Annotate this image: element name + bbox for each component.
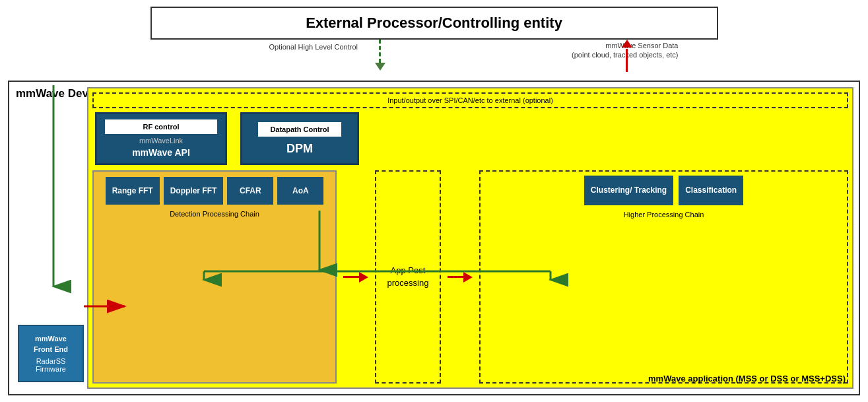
radarss-label: RadarSS Firmware [24, 357, 77, 373]
app-post-processing-box: App Post processing [375, 170, 441, 384]
dpm-box: Datapath Control DPM [240, 112, 359, 165]
app-post-label: App Post processing [384, 265, 432, 288]
datapath-control-label: Datapath Control [258, 122, 341, 137]
higher-blocks: Clustering/ Tracking Classification [584, 176, 743, 205]
detection-chain-label: Detection Processing Chain [170, 210, 259, 218]
radarss-inner: mmWave Front End [24, 334, 77, 354]
mmwave-api-label: mmWave API [105, 147, 217, 158]
external-processor-title: External Processor/Controlling entity [306, 15, 562, 31]
left-side: mmWave Front End RadarSS Firmware [15, 87, 87, 389]
detection-blocks: Range FFT Doppler FFT CFAR AoA [106, 177, 324, 205]
radarss-box: mmWave Front End RadarSS Firmware [18, 325, 84, 382]
doppler-fft-block: Doppler FFT [164, 177, 224, 205]
mmwave-application-label: mmWave application (MSS or DSS or MSS+DS… [648, 374, 846, 384]
mmwave-api-box: RF control mmWaveLink mmWave API [95, 112, 227, 165]
mmwavelink-label: mmWaveLink [105, 137, 217, 145]
optional-control-label: Optional High Level Control [269, 43, 358, 51]
red-arrow-post-to-higher [448, 170, 473, 384]
red-arrow-detection-to-post [343, 170, 368, 384]
red-up-arrow [622, 40, 632, 72]
clustering-block: Clustering/ Tracking [584, 176, 673, 205]
external-processor-box: External Processor/Controlling entity [150, 7, 718, 40]
aoa-block: AoA [277, 177, 323, 205]
green-down-arrow [375, 40, 385, 71]
top-row: RF control mmWaveLink mmWave API Datapat… [92, 112, 848, 165]
dpm-label: DPM [286, 142, 313, 156]
higher-chain: Clustering/ Tracking Classification High… [479, 170, 848, 384]
app-area: Input/output over SPI/CAN/etc to externa… [87, 87, 853, 389]
rf-control-label: RF control [105, 119, 217, 134]
main-container: External Processor/Controlling entity Op… [0, 0, 868, 402]
classification-block: Classification [679, 176, 743, 205]
arrow-row: Optional High Level Control mmWave Senso… [150, 40, 718, 79]
cfar-block: CFAR [227, 177, 273, 205]
detection-chain: Range FFT Doppler FFT CFAR AoA Detection… [92, 170, 337, 384]
spi-can-label: Input/output over SPI/CAN/etc to externa… [387, 96, 553, 104]
range-fft-block: Range FFT [106, 177, 160, 205]
mmwave-device: mmWave Device mmWave Front End RadarSS F… [8, 81, 860, 395]
higher-chain-label: Higher Processing Chain [624, 211, 704, 218]
spi-can-box: Input/output over SPI/CAN/etc to externa… [92, 92, 848, 108]
bottom-row: Range FFT Doppler FFT CFAR AoA Detection… [92, 170, 848, 384]
